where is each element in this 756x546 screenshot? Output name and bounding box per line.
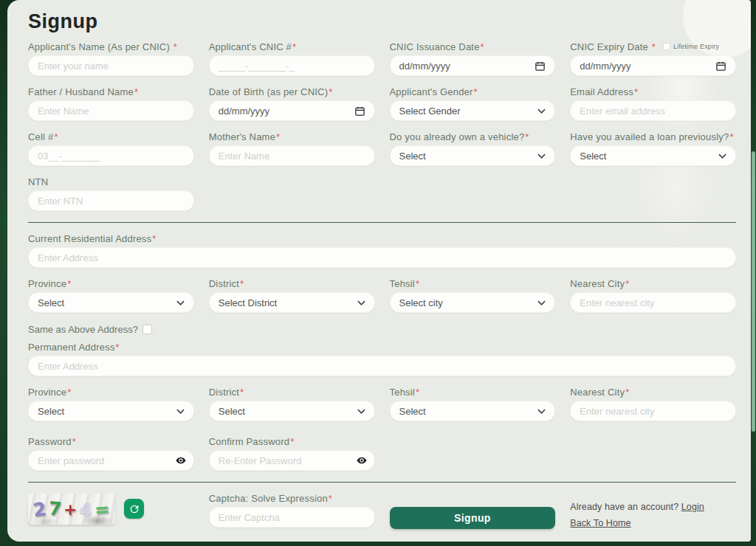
required-mark: * (625, 387, 629, 398)
lifetime-expiry-checkbox[interactable] (663, 43, 670, 50)
section-divider (28, 482, 736, 483)
applicant-name-label: Applicant's Name (As per CNIC) (28, 41, 173, 52)
permanent-district-select[interactable]: Select (209, 401, 375, 421)
required-mark: * (173, 41, 177, 52)
gender-selected-value: Select Gender (399, 106, 461, 117)
field-cnic: Applicant's CNIC #* (209, 41, 375, 76)
captcha-refresh-button[interactable] (124, 499, 144, 519)
required-mark: * (729, 131, 733, 142)
same-as-above-checkbox[interactable] (142, 325, 152, 334)
current-address-input[interactable] (28, 247, 736, 268)
required-mark: * (54, 131, 58, 142)
email-input[interactable] (570, 100, 736, 121)
gender-label: Applicant's Gender (390, 86, 473, 97)
section-divider (28, 222, 736, 223)
refresh-icon (128, 503, 140, 515)
father-name-input[interactable] (28, 100, 194, 121)
chevron-down-icon (537, 300, 546, 305)
field-availed-loan: Have you availed a loan previously?* Sel… (570, 131, 736, 166)
cnic-issuance-label: CNIC Issuance Date (390, 41, 480, 52)
links-cell: Already have an account? Login Back To H… (570, 492, 736, 532)
signup-form: Applicant's Name (As per CNIC) * Applica… (28, 41, 736, 532)
permanent-tehsil-selected-value: Select (399, 406, 426, 417)
required-mark: * (276, 131, 280, 142)
cell-input[interactable] (28, 145, 194, 166)
chevron-down-icon (357, 300, 365, 305)
required-mark: * (525, 131, 529, 142)
current-tehsil-select[interactable]: Select city (390, 292, 556, 313)
mother-name-input[interactable] (209, 145, 375, 166)
eye-icon[interactable] (356, 455, 368, 466)
eye-icon[interactable] (175, 455, 187, 466)
field-cell-number: Cell #* (28, 131, 194, 166)
current-province-selected-value: Select (38, 297, 64, 308)
permanent-tehsil-select[interactable]: Select (390, 401, 556, 421)
password-input[interactable] (28, 450, 194, 471)
field-email: Email Address* (570, 86, 736, 121)
cnic-input[interactable] (209, 55, 375, 76)
password-label: Password (28, 436, 72, 447)
same-as-above-row: Same as Above Address? (28, 322, 736, 336)
calendar-icon (354, 106, 365, 117)
availed-loan-select[interactable]: Select (570, 145, 736, 166)
chevron-down-icon (176, 300, 185, 305)
required-mark: * (290, 436, 294, 447)
ntn-input[interactable] (28, 190, 194, 211)
field-cnic-issuance-date: CNIC Issuance Date* dd/mm/yyyy (390, 41, 556, 76)
cnic-issuance-date-input[interactable]: dd/mm/yyyy (390, 55, 556, 76)
required-mark: * (652, 41, 656, 52)
required-mark: * (134, 86, 138, 97)
current-province-select[interactable]: Select (28, 292, 194, 313)
required-mark: * (416, 278, 419, 289)
permanent-nearest-city-input[interactable] (570, 401, 736, 421)
gender-select[interactable]: Select Gender (390, 100, 556, 121)
permanent-province-label: Province (28, 387, 66, 398)
dob-input[interactable]: dd/mm/yyyy (209, 100, 375, 121)
current-nearest-city-input[interactable] (570, 292, 736, 313)
field-permanent-tehsil: Tehsil* Select (390, 386, 556, 421)
cnic-issuance-date-value: dd/mm/yyyy (399, 61, 450, 72)
back-to-home-link[interactable]: Back To Home (570, 518, 630, 528)
permanent-province-selected-value: Select (38, 406, 64, 417)
current-district-selected-value: Select District (219, 297, 277, 308)
permanent-district-selected-value: Select (219, 406, 245, 417)
page-scrollbar[interactable] (752, 151, 755, 432)
login-link[interactable]: Login (681, 502, 704, 512)
field-permanent-address: Permanent Address* (28, 341, 736, 376)
dob-label: Date of Birth (as per CNIC) (209, 86, 328, 97)
chevron-down-icon (357, 409, 365, 414)
field-password: Password* (28, 435, 194, 471)
cnic-label: Applicant's CNIC # (209, 41, 292, 52)
confirm-password-input[interactable] (209, 450, 375, 471)
chevron-down-icon (537, 108, 546, 114)
chevron-down-icon (537, 153, 546, 159)
chevron-down-icon (718, 153, 726, 159)
permanent-address-input[interactable] (28, 356, 736, 376)
current-district-select[interactable]: Select District (209, 292, 375, 313)
applicant-name-input[interactable] (28, 55, 194, 76)
field-permanent-province: Province* Select (28, 386, 194, 421)
current-nearest-city-label: Nearest City (570, 278, 625, 289)
cnic-expiry-date-input[interactable]: dd/mm/yyyy (570, 55, 736, 76)
field-current-tehsil: Tehsil* Select city (390, 277, 556, 313)
field-current-address: Current Residential Address* (28, 232, 736, 268)
own-vehicle-selected-value: Select (399, 151, 426, 162)
required-mark: * (481, 41, 484, 52)
required-mark: * (292, 41, 296, 52)
availed-loan-label: Have you availed a loan previously? (570, 131, 729, 142)
permanent-tehsil-label: Tehsil (390, 387, 415, 398)
permanent-address-label: Permanent Address (28, 342, 115, 353)
signup-card: Signup Applicant's Name (As per CNIC) * … (7, 0, 751, 542)
captcha-label: Captcha: Solve Expression (209, 493, 328, 504)
captcha-image: 27+4= (28, 494, 115, 525)
own-vehicle-select[interactable]: Select (390, 145, 556, 166)
captcha-input[interactable] (209, 507, 375, 528)
field-current-province: Province* Select (28, 277, 194, 313)
field-mother-name: Mother's Name* (209, 131, 375, 166)
signup-button[interactable]: Signup (390, 507, 556, 529)
required-mark: * (240, 387, 244, 398)
availed-loan-selected-value: Select (580, 151, 606, 162)
field-cnic-expiry-date: CNIC Expiry Date * Lifetime Expiry dd/mm… (570, 41, 736, 76)
chevron-down-icon (176, 409, 185, 414)
permanent-province-select[interactable]: Select (28, 401, 194, 421)
